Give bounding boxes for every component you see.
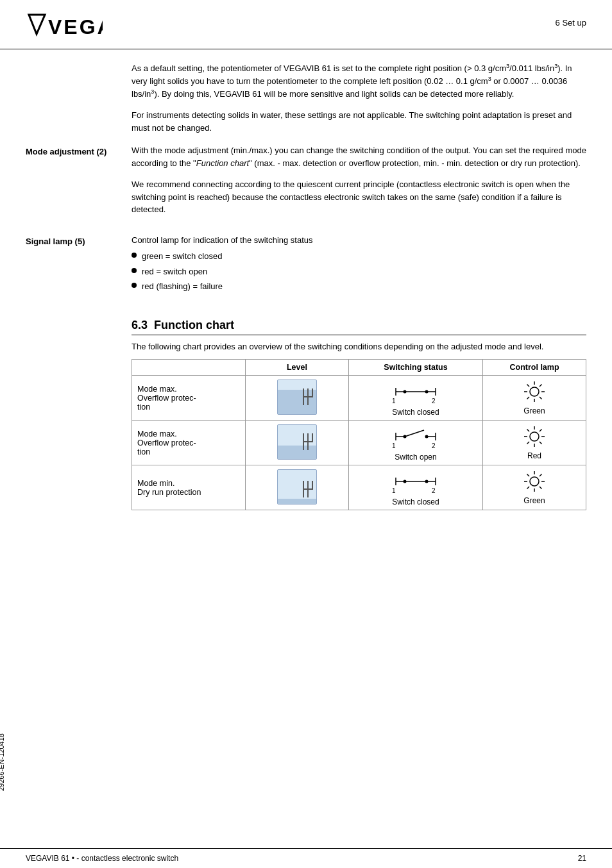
svg-line-66 — [540, 474, 542, 477]
list-item: red (flashing) = failure — [132, 280, 586, 293]
svg-line-67 — [527, 487, 530, 489]
svg-line-43 — [540, 442, 542, 444]
mode-cell-3: Mode min.Dry run protection — [132, 465, 246, 510]
svg-point-15 — [530, 387, 539, 396]
svg-line-45 — [527, 442, 530, 444]
svg-line-22 — [540, 385, 542, 387]
level-cell-2 — [246, 421, 349, 465]
switch-status-3: Switch closed — [354, 497, 477, 506]
lamp-color-3: Green — [488, 496, 581, 505]
mode-label: Mode adjustment (2) — [26, 144, 125, 156]
footer-right: 21 — [578, 854, 586, 863]
svg-point-33 — [403, 435, 406, 438]
fork-icon-2 — [301, 432, 315, 451]
para2: For instruments detecting solids in wate… — [132, 109, 586, 134]
para3: With the mode adjustment (min./max.) you… — [132, 144, 586, 169]
signal-intro: Control lamp for indication of the switc… — [132, 234, 586, 247]
lamp-cell-1: Green — [483, 376, 586, 421]
svg-text:2: 2 — [432, 397, 436, 405]
footer-left: VEGAVIB 61 • - contactless electronic sw… — [26, 854, 178, 863]
mode-adjustment-section: Mode adjustment (2) With the mode adjust… — [26, 144, 586, 225]
svg-point-37 — [530, 432, 539, 441]
svg-point-56 — [425, 480, 428, 483]
para4: We recommend connecting according to the… — [132, 178, 586, 216]
lamp-cell-2: Red — [483, 421, 586, 465]
svg-line-20 — [527, 385, 530, 387]
svg-line-23 — [527, 397, 530, 399]
switch-open-svg: 1 2 — [387, 424, 445, 449]
list-item: red = switch open — [132, 265, 586, 278]
svg-point-59 — [530, 477, 539, 486]
switch-closed-svg-2: 1 2 — [387, 469, 445, 494]
switch-cell-2: 1 2 — [348, 421, 482, 465]
lamp-color-1: Green — [488, 406, 581, 415]
lamp-icon-2 — [523, 425, 546, 448]
lamp-cell-3: Green — [483, 465, 586, 510]
switch-cell-1: 1 2 — [348, 376, 482, 421]
svg-point-34 — [425, 435, 428, 438]
header-section: 6 Set up — [556, 12, 586, 28]
logo-area: VEGA — [26, 12, 103, 44]
table-row: Mode min.Dry run protection — [132, 465, 586, 510]
page-header: VEGA 6 Set up — [0, 0, 612, 49]
lamp-icon-3 — [523, 470, 546, 493]
table-row: Mode max.Overflow protec-tion — [132, 376, 586, 421]
svg-line-31 — [405, 430, 424, 437]
svg-line-42 — [527, 430, 530, 432]
switch-status-1: Switch closed — [354, 408, 477, 417]
svg-line-21 — [540, 397, 542, 399]
signal-lamp-section: Signal lamp (5) Control lamp for indicat… — [26, 234, 586, 302]
level-cell-1 — [246, 376, 349, 421]
table-row: Mode max.Overflow protec-tion — [132, 421, 586, 465]
lamp-color-2: Red — [488, 451, 581, 460]
svg-point-12 — [425, 390, 428, 394]
th-level: Level — [246, 360, 349, 376]
section-label: 6 Set up — [556, 18, 586, 28]
bullet-list: green = switch closed red = switch open … — [132, 250, 586, 293]
th-lamp: Control lamp — [483, 360, 586, 376]
signal-label: Signal lamp (5) — [26, 234, 125, 246]
svg-text:1: 1 — [392, 487, 396, 494]
fork-icon-3 — [301, 480, 315, 499]
mode-cell-2: Mode max.Overflow protec-tion — [132, 421, 246, 465]
main-content: As a default setting, the potentiometer … — [0, 49, 612, 681]
svg-text:1: 1 — [392, 442, 396, 449]
th-mode — [132, 360, 246, 376]
svg-line-64 — [527, 474, 530, 477]
svg-point-11 — [403, 390, 406, 394]
svg-line-65 — [540, 487, 542, 489]
section-heading: 6.3 Function chart — [132, 319, 586, 335]
lamp-icon-1 — [523, 380, 546, 403]
switch-cell-3: 1 2 — [348, 465, 482, 510]
svg-text:2: 2 — [432, 442, 436, 449]
list-item: green = switch closed — [132, 250, 586, 263]
svg-text:2: 2 — [432, 487, 436, 494]
svg-text:1: 1 — [392, 397, 396, 405]
chart-intro: The following chart provides an overview… — [132, 340, 586, 353]
vega-logo: VEGA — [26, 12, 103, 44]
th-switch: Switching status — [348, 360, 482, 376]
svg-line-44 — [540, 430, 542, 432]
function-table: Level Switching status Control lamp Mode… — [132, 359, 586, 510]
mode-cell-1: Mode max.Overflow protec-tion — [132, 376, 246, 421]
footer: VEGAVIB 61 • - contactless electronic sw… — [0, 848, 612, 868]
page-id: 29266-EN-120418 — [0, 733, 5, 791]
switch-status-2: Switch open — [354, 453, 477, 462]
para1: As a default setting, the potentiometer … — [132, 62, 586, 100]
level-cell-3 — [246, 465, 349, 510]
section-title: Function chart — [154, 319, 234, 331]
svg-point-55 — [403, 480, 406, 483]
switch-closed-svg-1: 1 2 — [387, 379, 445, 405]
fork-icon-1 — [301, 387, 315, 406]
svg-marker-0 — [29, 15, 45, 34]
svg-text:VEGA: VEGA — [48, 15, 103, 38]
section-number: 6.3 — [132, 319, 148, 331]
